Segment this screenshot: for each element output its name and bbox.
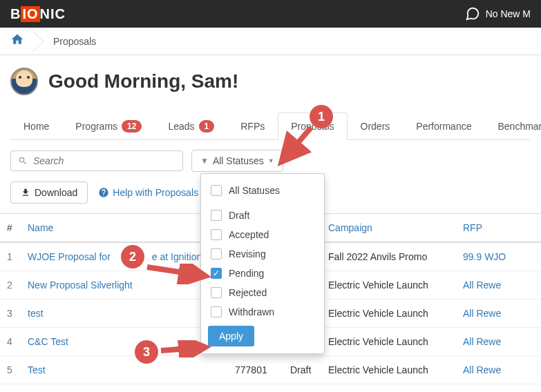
help-label: Help with Proposals: [113, 187, 198, 198]
status-filter-label: All Statuses: [213, 155, 264, 166]
home-icon[interactable]: [10, 32, 24, 50]
proposal-link-part2[interactable]: e at Ignition: [152, 251, 202, 262]
help-icon: [98, 187, 109, 198]
apply-button[interactable]: Apply: [208, 326, 254, 346]
col-index: #: [0, 214, 21, 243]
breadcrumb: Proposals: [0, 28, 541, 55]
search-input[interactable]: [10, 150, 183, 171]
row-id: 777801: [228, 356, 283, 384]
help-link[interactable]: Help with Proposals: [98, 187, 198, 198]
search-icon: [18, 156, 28, 166]
annotation-2: 2: [121, 245, 144, 268]
annotation-1: 1: [310, 105, 333, 128]
rfp-link[interactable]: All Rewe: [463, 308, 501, 319]
col-name[interactable]: Name: [21, 214, 228, 243]
checkbox[interactable]: [211, 229, 222, 240]
toolbar: ▼ All Statuses ▼ All Statuses DraftAccep…: [0, 140, 541, 182]
checkbox[interactable]: [211, 287, 222, 298]
avatar[interactable]: [10, 68, 38, 95]
row-campaign: Electric Vehicle Launch: [321, 300, 456, 328]
dropdown-header-label: All Statuses: [229, 185, 280, 196]
tab-label: Leads: [168, 121, 194, 132]
row-rfp: All Rewe: [456, 271, 541, 300]
messages-link[interactable]: No New M: [465, 6, 531, 21]
tab-label: Home: [23, 121, 49, 132]
row-index: 2: [0, 271, 21, 300]
dropdown-option-withdrawn[interactable]: Withdrawn: [208, 302, 317, 322]
greeting-row: Good Morning, Sam!: [0, 55, 541, 112]
tab-rfps[interactable]: RFPs: [227, 112, 278, 139]
tab-badge: 12: [122, 120, 142, 133]
download-icon: [21, 188, 30, 197]
dropdown-option-accepted[interactable]: Accepted: [208, 225, 317, 244]
tab-label: Performance: [416, 121, 471, 132]
proposal-link[interactable]: Test: [28, 364, 46, 375]
status-filter-button[interactable]: ▼ All Statuses ▼: [191, 150, 283, 172]
tab-label: RFPs: [240, 121, 265, 132]
col-campaign[interactable]: Campaign: [321, 214, 456, 243]
checkbox[interactable]: [211, 306, 222, 317]
breadcrumb-separator-icon: [31, 31, 46, 52]
row-index: 1: [0, 242, 21, 271]
filter-icon: ▼: [200, 156, 209, 166]
dropdown-option-label: Draft: [229, 210, 249, 221]
status-dropdown: All Statuses DraftAcceptedRevising✓Pendi…: [200, 173, 325, 354]
row-index: 5: [0, 356, 21, 384]
row-rfp: All Rewe: [456, 328, 541, 356]
dropdown-option-label: Accepted: [229, 229, 269, 240]
dropdown-option-pending[interactable]: ✓Pending: [208, 264, 317, 283]
chat-icon: [465, 6, 480, 21]
tab-home[interactable]: Home: [10, 112, 62, 139]
logo[interactable]: BIONIC: [10, 6, 66, 22]
row-rfp: 99.9 WJO: [456, 242, 541, 271]
dropdown-option-label: Pending: [229, 268, 264, 279]
tab-label: Orders: [361, 121, 390, 132]
tab-orders[interactable]: Orders: [348, 112, 404, 139]
rfp-link[interactable]: All Rewe: [463, 336, 501, 347]
topbar: BIONIC No New M: [0, 0, 541, 28]
row-index: 4: [0, 328, 21, 356]
rfp-link[interactable]: All Rewe: [463, 280, 501, 291]
checkbox[interactable]: [211, 185, 222, 196]
table-row: 5Test777801DraftElectric Vehicle LaunchA…: [0, 356, 541, 384]
annotation-3: 3: [135, 340, 158, 364]
tab-benchmarking[interactable]: Benchmarking: [484, 112, 541, 139]
row-rfp: All Rewe: [456, 300, 541, 328]
download-label: Download: [35, 187, 77, 198]
checkbox[interactable]: [211, 210, 222, 221]
dropdown-option-revising[interactable]: Revising: [208, 244, 317, 264]
tab-performance[interactable]: Performance: [403, 112, 484, 139]
dropdown-option-label: Withdrawn: [229, 306, 274, 317]
dropdown-option-label: Rejected: [229, 287, 267, 298]
search-field[interactable]: [33, 155, 175, 166]
checkbox[interactable]: [211, 248, 222, 259]
proposal-link[interactable]: test: [28, 308, 44, 319]
dropdown-all-option[interactable]: All Statuses: [208, 181, 317, 200]
dropdown-option-draft[interactable]: Draft: [208, 206, 317, 225]
tab-label: Programs: [75, 121, 117, 132]
row-name: test: [21, 300, 228, 328]
row-campaign: Electric Vehicle Launch: [321, 356, 456, 384]
row-campaign: Fall 2022 Anvils Promo: [321, 242, 456, 271]
arrow-3-icon: [158, 340, 213, 357]
proposal-link[interactable]: New Proposal Silverlight: [28, 280, 133, 291]
dropdown-option-label: Revising: [229, 248, 266, 259]
row-rfp: All Rewe: [456, 356, 541, 384]
row-campaign: Electric Vehicle Launch: [321, 271, 456, 300]
dropdown-option-rejected[interactable]: Rejected: [208, 283, 317, 302]
rfp-link[interactable]: 99.9 WJO: [463, 251, 506, 262]
tab-leads[interactable]: Leads1: [155, 112, 227, 139]
row-campaign: Electric Vehicle Launch: [321, 328, 456, 356]
arrow-1-icon: [273, 124, 321, 173]
rfp-link[interactable]: All Rewe: [463, 364, 501, 375]
page-title: Good Morning, Sam!: [48, 70, 238, 92]
proposal-link[interactable]: C&C Test: [28, 336, 68, 347]
download-button[interactable]: Download: [10, 182, 88, 204]
col-rfp[interactable]: RFP: [456, 214, 541, 243]
tab-programs[interactable]: Programs12: [62, 112, 155, 139]
tab-badge: 1: [199, 120, 215, 133]
row-status: Draft: [283, 356, 321, 384]
row-index: 3: [0, 300, 21, 328]
arrow-2-icon: [144, 264, 213, 284]
proposal-link[interactable]: WJOE Proposal for: [28, 251, 111, 262]
